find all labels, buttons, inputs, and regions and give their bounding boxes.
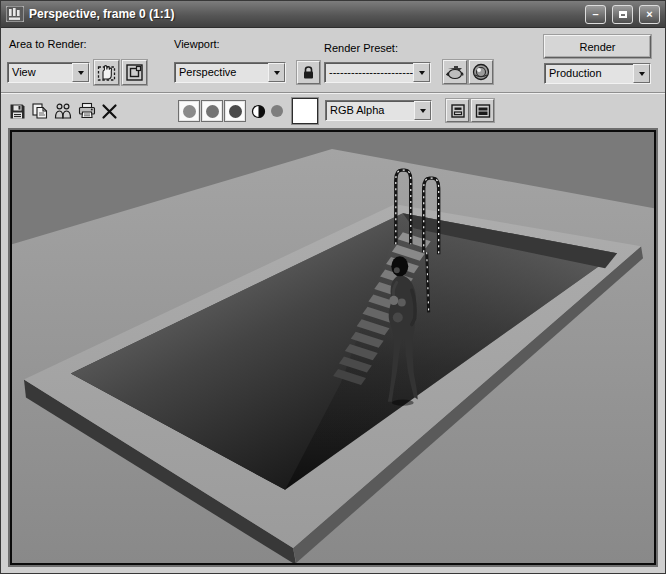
- auto-region-button[interactable]: [122, 60, 147, 85]
- render-preset-value: --------------------------: [325, 63, 413, 82]
- print-image-button[interactable]: [77, 101, 97, 121]
- viewport-lock-button[interactable]: [297, 61, 320, 84]
- green-channel-button[interactable]: [201, 100, 223, 122]
- render-mode-combo[interactable]: Production: [544, 63, 651, 84]
- environment-button[interactable]: [469, 60, 493, 84]
- clone-window-icon: [54, 102, 72, 120]
- close-button[interactable]: ×: [639, 5, 660, 24]
- clear-icon: [101, 103, 118, 120]
- render-preset-combo[interactable]: --------------------------: [324, 62, 431, 83]
- pool-render: [12, 132, 654, 563]
- chevron-down-icon[interactable]: [413, 63, 430, 82]
- edit-region-icon: [97, 63, 116, 82]
- blue-channel-icon: [229, 105, 242, 118]
- chevron-down-icon[interactable]: [72, 63, 89, 82]
- clear-button[interactable]: [99, 101, 119, 121]
- figure-hair: [391, 256, 408, 276]
- red-channel-button[interactable]: [178, 100, 200, 122]
- clear-color-swatch[interactable]: [292, 98, 318, 124]
- channel-display-combo[interactable]: RGB Alpha: [325, 100, 432, 121]
- chevron-down-icon[interactable]: [414, 101, 431, 120]
- green-channel-icon: [206, 105, 219, 118]
- maximize-icon: [619, 11, 627, 18]
- environment-icon: [472, 63, 490, 81]
- render-preset-label: Render Preset:: [324, 42, 398, 54]
- monochrome-icon: [251, 104, 266, 119]
- chevron-down-icon[interactable]: [633, 64, 650, 83]
- toolbar-row-2: RGB Alpha: [1, 92, 665, 128]
- monochrome-button[interactable]: [250, 103, 266, 119]
- alpha-channel-icon: [271, 105, 283, 117]
- render-setup-icon: [446, 63, 464, 81]
- toggle-ui-overlays-icon: [450, 103, 466, 119]
- channel-display-value: RGB Alpha: [326, 101, 414, 120]
- copy-image-button[interactable]: [30, 101, 50, 121]
- blue-channel-button[interactable]: [224, 100, 246, 122]
- save-image-icon: [9, 103, 26, 120]
- 3ds-max-app-icon: [6, 6, 24, 22]
- red-channel-icon: [183, 105, 196, 118]
- viewport-combo[interactable]: Perspective: [174, 62, 286, 83]
- render-button[interactable]: Render: [544, 35, 651, 58]
- clone-window-button[interactable]: [53, 101, 73, 121]
- toolbar-row-1: Area to Render: View Viewport: Perspecti…: [1, 28, 665, 92]
- copy-image-icon: [31, 102, 49, 120]
- area-to-render-value: View: [8, 63, 72, 82]
- render-viewport-frame: [8, 128, 658, 567]
- save-image-button[interactable]: [7, 101, 27, 121]
- edit-region-button[interactable]: [94, 60, 119, 85]
- render-canvas: [10, 130, 656, 565]
- chevron-down-icon[interactable]: [268, 63, 285, 82]
- viewport-value: Perspective: [175, 63, 268, 82]
- auto-region-icon: [125, 63, 144, 82]
- toggle-ui-icon: [475, 103, 491, 119]
- viewport-label: Viewport:: [174, 38, 220, 50]
- toggle-ui-overlays-button[interactable]: [446, 99, 469, 122]
- render-frame-window: Perspective, frame 0 (1:1) – × Area to R…: [0, 0, 666, 574]
- toggle-ui-button[interactable]: [471, 99, 494, 122]
- titlebar[interactable]: Perspective, frame 0 (1:1) – ×: [1, 1, 665, 28]
- alpha-channel-button[interactable]: [270, 104, 284, 118]
- window-title: Perspective, frame 0 (1:1): [29, 7, 579, 21]
- render-setup-button[interactable]: [443, 60, 467, 84]
- render-mode-value: Production: [545, 64, 633, 83]
- area-to-render-combo[interactable]: View: [7, 62, 90, 83]
- maximize-button[interactable]: [612, 5, 633, 24]
- minimize-button[interactable]: –: [585, 5, 606, 24]
- print-image-icon: [78, 102, 96, 120]
- area-to-render-label: Area to Render:: [9, 38, 87, 50]
- viewport-lock-icon: [301, 65, 316, 80]
